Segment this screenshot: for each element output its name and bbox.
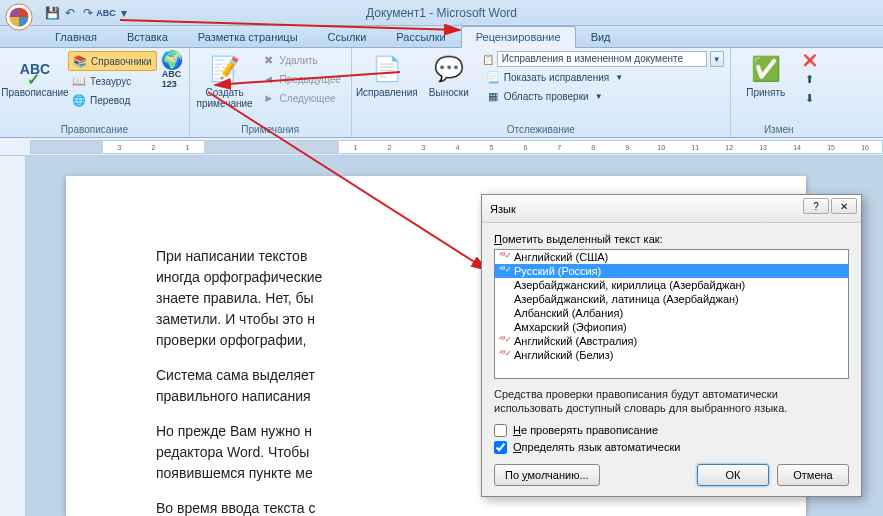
dialog-titlebar[interactable]: Язык ? ✕ bbox=[482, 195, 861, 223]
spellcheck-mark-icon: ᴬᴮ✓ bbox=[499, 335, 511, 347]
list-item[interactable]: Амхарский (Эфиопия) bbox=[495, 320, 848, 334]
list-item[interactable]: Албанский (Албания) bbox=[495, 306, 848, 320]
group-changes: ✅ Принять ❌ ⬆ ⬇ Измен bbox=[731, 48, 827, 137]
panel-icon: ▦ bbox=[486, 89, 500, 103]
group-comments-label: Примечания bbox=[196, 122, 345, 135]
qat-more-icon[interactable]: ▾ bbox=[116, 5, 132, 21]
list-item[interactable]: ᴬᴮ✓Английский (США) bbox=[495, 250, 848, 264]
track-changes-button[interactable]: 📄 Исправления bbox=[358, 51, 416, 100]
no-check-checkbox[interactable]: Не проверять правописание bbox=[494, 424, 849, 437]
auto-detect-checkbox[interactable]: Определять язык автоматически bbox=[494, 441, 849, 454]
tab-layout[interactable]: Разметка страницы bbox=[183, 26, 313, 47]
help-button[interactable]: ? bbox=[803, 198, 829, 214]
list-item[interactable]: Азербайджанский, латиница (Азербайджан) bbox=[495, 292, 848, 306]
mark-text-label: Пометить выделенный текст как: bbox=[494, 233, 849, 245]
reject-icon: ❌ bbox=[803, 53, 817, 67]
next-icon: ► bbox=[262, 91, 276, 105]
group-tracking-label: Отслеживание bbox=[358, 122, 724, 135]
window-title: Документ1 - Microsoft Word bbox=[366, 6, 517, 20]
tab-mailings[interactable]: Рассылки bbox=[381, 26, 460, 47]
list-item[interactable]: Азербайджанский, кириллица (Азербайджан) bbox=[495, 278, 848, 292]
tab-review[interactable]: Рецензирование bbox=[461, 26, 576, 48]
ribbon: ABC✓ Правописание 📚Справочники 📖Тезаурус… bbox=[0, 48, 883, 138]
comment-icon: 📝 bbox=[209, 53, 241, 85]
group-proofing: ABC✓ Правописание 📚Справочники 📖Тезаурус… bbox=[0, 48, 190, 137]
ribbon-tabs: Главная Вставка Разметка страницы Ссылки… bbox=[0, 26, 883, 48]
track-icon: 📄 bbox=[371, 53, 403, 85]
dialog-title: Язык bbox=[490, 203, 516, 215]
horizontal-ruler[interactable]: 321 12345 678910 1112131415 16 bbox=[30, 140, 883, 154]
quick-access-toolbar: 💾 ↶ ↷ ABC ▾ bbox=[44, 5, 132, 21]
translate-button[interactable]: 🌐Перевод bbox=[68, 91, 157, 109]
display-icon: 📋 bbox=[482, 54, 494, 65]
dialog-note: Средства проверки правописания будут авт… bbox=[494, 387, 849, 416]
translate-icon: 🌐 bbox=[72, 93, 86, 107]
show-icon: 📃 bbox=[486, 70, 500, 84]
reject-button[interactable]: ❌ bbox=[799, 51, 821, 69]
language-listbox[interactable]: ᴬᴮ✓Английский (США) ᴬᴮ✓Русский (Россия) … bbox=[494, 249, 849, 379]
group-tracking: 📄 Исправления 💬 Выноски 📋 Исправления в … bbox=[352, 48, 731, 137]
vertical-ruler[interactable] bbox=[0, 156, 26, 516]
accept-icon: ✅ bbox=[750, 53, 782, 85]
list-item[interactable]: ᴬᴮ✓Английский (Белиз) bbox=[495, 348, 848, 362]
chevron-down-icon[interactable]: ▼ bbox=[710, 51, 724, 67]
close-button[interactable]: ✕ bbox=[831, 198, 857, 214]
group-proofing-label: Правописание bbox=[6, 122, 183, 135]
group-comments: 📝 Создать примечание ✖Удалить ◄Предыдуще… bbox=[190, 48, 352, 137]
wordcount-icon: ABC123 bbox=[165, 72, 179, 86]
prev-change-button[interactable]: ⬆ bbox=[799, 70, 821, 88]
language-dialog: Язык ? ✕ Пометить выделенный текст как: … bbox=[481, 194, 862, 497]
horizontal-ruler-area: 321 12345 678910 1112131415 16 bbox=[0, 138, 883, 156]
spelling-icon: ABC✓ bbox=[19, 53, 51, 85]
tab-insert[interactable]: Вставка bbox=[112, 26, 183, 47]
tab-view[interactable]: Вид bbox=[576, 26, 626, 47]
prev-comment-button[interactable]: ◄Предыдущее bbox=[258, 70, 345, 88]
save-icon[interactable]: 💾 bbox=[44, 5, 60, 21]
research-button[interactable]: 📚Справочники bbox=[68, 51, 157, 71]
spellcheck-icon[interactable]: ABC bbox=[98, 5, 114, 21]
thesaurus-icon: 📖 bbox=[72, 74, 86, 88]
close-icon: ✕ bbox=[840, 201, 848, 212]
default-button[interactable]: По умолчанию... bbox=[494, 464, 600, 486]
balloons-button[interactable]: 💬 Выноски bbox=[420, 51, 478, 100]
tab-home[interactable]: Главная bbox=[40, 26, 112, 47]
new-comment-button[interactable]: 📝 Создать примечание bbox=[196, 51, 254, 111]
list-item[interactable]: ᴬᴮ✓Русский (Россия) bbox=[495, 264, 848, 278]
balloons-icon: 💬 bbox=[433, 53, 465, 85]
reviewing-pane-button[interactable]: ▦Область проверки▼ bbox=[482, 87, 724, 105]
delete-icon: ✖ bbox=[262, 53, 276, 67]
spellcheck-mark-icon: ᴬᴮ✓ bbox=[499, 251, 511, 263]
set-language-button[interactable]: 🌍 bbox=[161, 51, 183, 69]
next-change-icon: ⬇ bbox=[803, 91, 817, 105]
delete-comment-button[interactable]: ✖Удалить bbox=[258, 51, 345, 69]
prev-change-icon: ⬆ bbox=[803, 72, 817, 86]
next-comment-button[interactable]: ►Следующее bbox=[258, 89, 345, 107]
cancel-button[interactable]: Отмена bbox=[777, 464, 849, 486]
prev-icon: ◄ bbox=[262, 72, 276, 86]
group-changes-label: Измен bbox=[737, 122, 821, 135]
globe-icon: 🌍 bbox=[165, 53, 179, 67]
show-markup-button[interactable]: 📃Показать исправления▼ bbox=[482, 68, 724, 86]
spellcheck-mark-icon: ᴬᴮ✓ bbox=[499, 265, 511, 277]
next-change-button[interactable]: ⬇ bbox=[799, 89, 821, 107]
book-icon: 📚 bbox=[73, 54, 87, 68]
list-item[interactable]: ᴬᴮ✓Английский (Австралия) bbox=[495, 334, 848, 348]
office-button[interactable] bbox=[0, 0, 38, 26]
accept-button[interactable]: ✅ Принять bbox=[737, 51, 795, 100]
title-bar: 💾 ↶ ↷ ABC ▾ Документ1 - Microsoft Word bbox=[0, 0, 883, 26]
thesaurus-button[interactable]: 📖Тезаурус bbox=[68, 72, 157, 90]
spellcheck-mark-icon: ᴬᴮ✓ bbox=[499, 349, 511, 361]
tab-references[interactable]: Ссылки bbox=[313, 26, 382, 47]
para-4: Во время ввода текста с bbox=[156, 498, 716, 516]
redo-icon[interactable]: ↷ bbox=[80, 5, 96, 21]
spelling-button[interactable]: ABC✓ Правописание bbox=[6, 51, 64, 100]
ok-button[interactable]: ОК bbox=[697, 464, 769, 486]
display-dropdown[interactable]: 📋 Исправления в измененном документе ▼ bbox=[482, 51, 724, 67]
undo-icon[interactable]: ↶ bbox=[62, 5, 78, 21]
word-count-button[interactable]: ABC123 bbox=[161, 70, 183, 88]
